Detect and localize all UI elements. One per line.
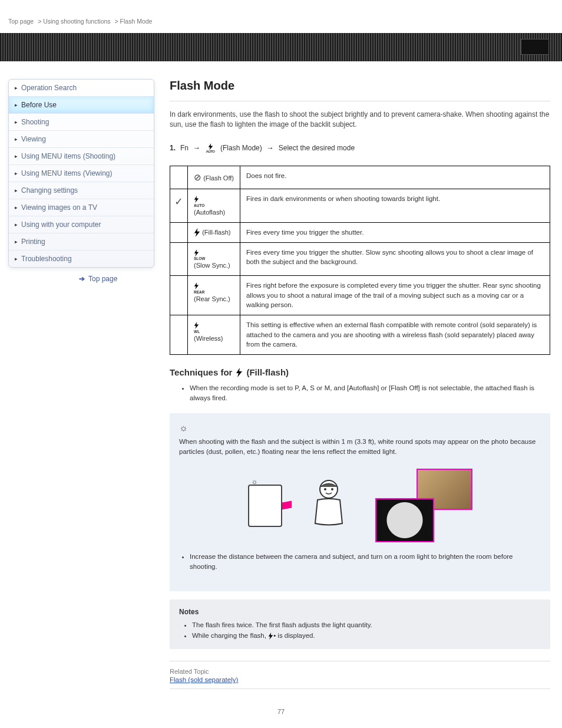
main-content: Flash Mode In dark environments, use the…: [170, 79, 554, 695]
sidebar-item-label: Using MENU items (Shooting): [21, 152, 115, 160]
caret-icon: ▸: [15, 153, 18, 159]
flash-charging-icon: •: [268, 632, 276, 639]
caret-icon: ▸: [15, 256, 18, 262]
techniques-list: When the recording mode is set to P, A, …: [170, 383, 550, 404]
techniques-heading: Techniques for (Fill-flash): [170, 367, 550, 377]
sidebar-item-label: Troubleshooting: [21, 255, 72, 263]
sidebar-item-label: Operation Search: [21, 84, 77, 92]
sidebar-item-before-use[interactable]: ▸Before Use: [9, 97, 154, 114]
intro-text: In dark environments, use the flash to s…: [170, 110, 550, 130]
step-num: 1.: [170, 144, 176, 152]
header-stripe: [0, 33, 562, 61]
svg-point-2: [331, 488, 333, 490]
sidebar: ▸Operation Search ▸Before Use ▸Shooting …: [8, 79, 154, 695]
flash-wireless-icon: [194, 321, 199, 328]
notes-box: Notes The flash fires twice. The first f…: [170, 599, 550, 650]
sidebar-item-shooting[interactable]: ▸Shooting: [9, 114, 154, 131]
sidebar-item-label: Before Use: [21, 101, 57, 109]
subject-illustration: [301, 473, 356, 539]
flash-fill-icon: [236, 367, 243, 377]
caret-icon: ▸: [15, 187, 18, 193]
page-title: Flash Mode: [170, 79, 550, 93]
flash-fill-icon: [194, 229, 200, 236]
header-box: [521, 39, 549, 55]
step-row: 1. Fn → AUTO (Flash Mode) → Select the d…: [170, 143, 550, 153]
table-row: ✓ AUTO (Autoflash) Fires in dark environ…: [170, 189, 550, 222]
page-number: 77: [277, 708, 285, 715]
table-row: ⊘ (Flash Off) Does not fire.: [170, 166, 550, 189]
sidebar-item-menu-shooting[interactable]: ▸Using MENU items (Shooting): [9, 148, 154, 165]
arrow-right-icon: →: [267, 144, 274, 152]
caret-icon: ▸: [15, 85, 18, 91]
related-link[interactable]: Flash (sold separately): [170, 676, 238, 683]
sidebar-item-troubleshooting[interactable]: ▸Troubleshooting: [9, 251, 154, 267]
flash-auto-icon: [194, 195, 199, 202]
sidebar-item-printing[interactable]: ▸Printing: [9, 233, 154, 251]
list-item: Increase the distance between the camera…: [190, 552, 541, 572]
sidebar-item-menu-viewing[interactable]: ▸Using MENU items (Viewing): [9, 165, 154, 182]
table-row: SLOW (Slow Sync.) Fires every time you t…: [170, 242, 550, 275]
related-topic: Related Topic Flash (sold separately): [170, 667, 550, 684]
top-page-link[interactable]: ➔ Top page: [8, 275, 154, 283]
table-row: (Fill-flash) Fires every time you trigge…: [170, 222, 550, 242]
flash-rear-icon: [194, 282, 199, 289]
arrow-right-icon: →: [193, 144, 200, 152]
table-row: WL (Wireless) This setting is effective …: [170, 315, 550, 355]
sidebar-list: ▸Operation Search ▸Before Use ▸Shooting …: [8, 79, 154, 268]
caret-icon: ▸: [15, 102, 18, 108]
sidebar-item-viewing[interactable]: ▸Viewing: [9, 131, 154, 148]
list-item: The flash fires twice. The first flash a…: [192, 620, 541, 630]
breadcrumb: Top page > Using shooting functions > Fl…: [8, 18, 154, 25]
lightbulb-icon: ☼: [179, 423, 541, 433]
flash-off-icon: ⊘: [194, 172, 201, 182]
tip-box: ☼ When shooting with the flash and the s…: [170, 413, 550, 591]
tip-text: When shooting with the flash and the sub…: [179, 437, 541, 457]
caret-icon: ▸: [15, 136, 18, 142]
caret-icon: ▸: [15, 170, 18, 176]
sidebar-item-changing-settings[interactable]: ▸Changing settings: [9, 182, 154, 199]
sidebar-item-label: Changing settings: [21, 186, 78, 195]
sidebar-item-tv[interactable]: ▸Viewing images on a TV: [9, 199, 154, 216]
list-item: When the recording mode is set to P, A, …: [190, 383, 550, 404]
caret-icon: ▸: [15, 119, 18, 125]
top-page-label: Top page: [88, 275, 117, 283]
svg-point-1: [324, 488, 326, 490]
sidebar-item-label: Viewing: [21, 135, 46, 143]
photo-stack-illustration: [375, 469, 472, 542]
arrow-icon: ➔: [79, 275, 85, 283]
notes-heading: Notes: [179, 608, 541, 616]
checkmark-icon: ✓: [174, 196, 183, 207]
list-item: While charging the flash, • is displayed…: [192, 630, 541, 641]
sidebar-item-operation-search[interactable]: ▸Operation Search: [9, 80, 154, 97]
sidebar-item-computer[interactable]: ▸Using with your computer: [9, 216, 154, 233]
tip-illustration: [179, 465, 541, 552]
flash-slow-icon: [194, 249, 199, 256]
camera-flash-illustration: [248, 485, 282, 527]
table-row: REAR (Rear Sync.) Fires right before the…: [170, 276, 550, 315]
sidebar-item-label: Viewing images on a TV: [21, 203, 97, 212]
sidebar-item-label: Shooting: [21, 118, 49, 126]
sidebar-item-label: Using MENU items (Viewing): [21, 169, 112, 177]
caret-icon: ▸: [15, 205, 18, 210]
flash-modes-table: ⊘ (Flash Off) Does not fire. ✓ AUTO (Aut…: [170, 166, 550, 355]
flash-auto-icon: AUTO: [205, 143, 216, 153]
sidebar-item-label: Using with your computer: [21, 220, 101, 229]
caret-icon: ▸: [15, 239, 18, 245]
sidebar-item-label: Printing: [21, 238, 45, 246]
caret-icon: ▸: [15, 222, 18, 228]
